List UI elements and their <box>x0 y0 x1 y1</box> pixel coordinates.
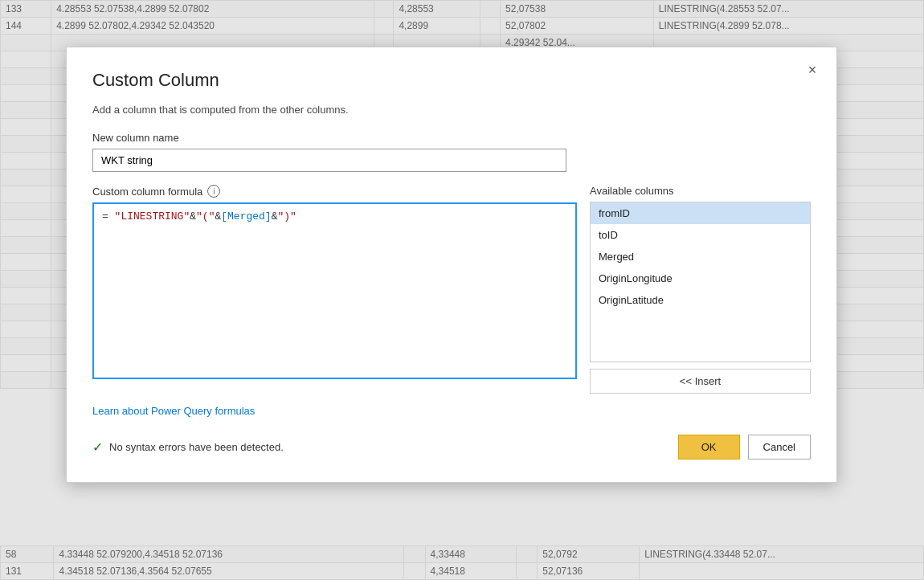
cancel-button[interactable]: Cancel <box>748 435 811 460</box>
column-item-toid[interactable]: toID <box>591 224 810 246</box>
learn-link[interactable]: Learn about Power Query formulas <box>92 405 255 417</box>
insert-button[interactable]: << Insert <box>590 369 811 394</box>
formula-section: Custom column formula i = "LINESTRING"&"… <box>92 185 811 394</box>
column-name-input[interactable] <box>92 149 566 172</box>
status-text: No syntax errors have been detected. <box>109 441 284 453</box>
no-errors-message: ✓ No syntax errors have been detected. <box>92 439 284 455</box>
footer-buttons: OK Cancel <box>678 435 811 460</box>
dialog-footer: ✓ No syntax errors have been detected. O… <box>92 435 811 460</box>
available-columns-label: Available columns <box>590 185 811 197</box>
column-item-merged[interactable]: Merged <box>591 246 810 268</box>
column-name-label: New column name <box>92 132 811 144</box>
custom-column-dialog: × Custom Column Add a column that is com… <box>66 47 837 483</box>
formula-textarea[interactable]: = "LINESTRING"&"("&[Merged]&")" <box>92 202 577 379</box>
formula-right: Available columns fromID toID Merged Ori… <box>590 185 811 394</box>
dialog-title: Custom Column <box>92 70 219 91</box>
ok-button[interactable]: OK <box>678 435 740 460</box>
formula-label: Custom column formula i <box>92 185 577 198</box>
column-item-originlatitude[interactable]: OriginLatitude <box>591 289 810 311</box>
formula-code: = "LINESTRING"&"("&[Merged]&")" <box>102 210 296 223</box>
dialog-subtitle: Add a column that is computed from the o… <box>92 104 811 116</box>
formula-left: Custom column formula i = "LINESTRING"&"… <box>92 185 577 394</box>
available-columns-list: fromID toID Merged OriginLongitude Origi… <box>590 202 811 362</box>
info-icon[interactable]: i <box>207 185 220 198</box>
column-item-fromid[interactable]: fromID <box>591 202 810 224</box>
column-item-originlongitude[interactable]: OriginLongitude <box>591 268 810 289</box>
check-icon: ✓ <box>92 439 103 455</box>
dialog-header: Custom Column <box>92 70 811 91</box>
close-button[interactable]: × <box>801 59 824 81</box>
